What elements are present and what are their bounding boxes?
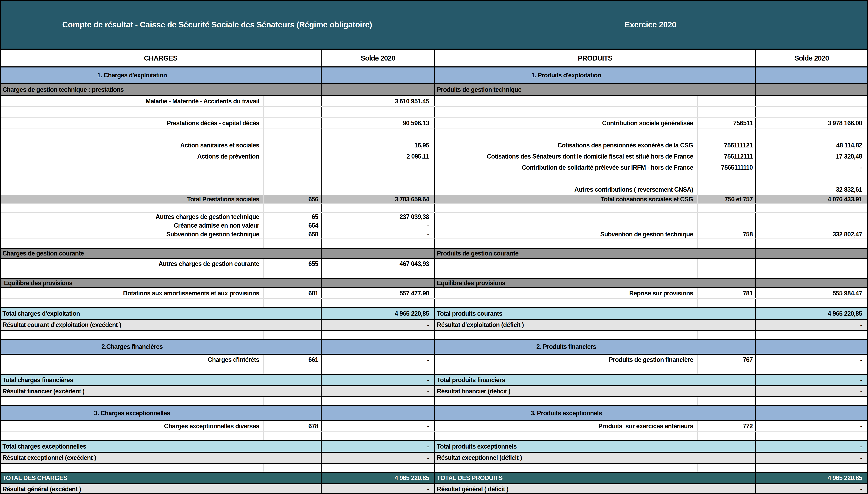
table-row: Créance admise en non valeur654- [1,221,867,230]
charges-amount-cell [321,269,434,278]
produits-label-cell [434,464,697,472]
charges-amount-cell [321,184,434,195]
charges-amount-cell: 90 596,13 [321,118,434,129]
produits-amount-cell [755,68,867,83]
charges-label-cell: Résultat financier (excédent ) [1,386,321,396]
produits-account-cell [697,299,755,307]
produits-amount-cell [755,259,867,269]
charges-account-cell: 65 [264,213,321,221]
table-row: Résultat financier (excédent )-Résultat … [1,385,867,396]
charges-amount-cell: - [321,441,434,452]
table-row: 3. Charges exceptionnelles3. Produits ex… [1,405,867,420]
table-row: Action sanitaires et sociales16,95Cotisa… [1,140,867,151]
table-row: Charges d'intérêts661-Produits de gestio… [1,354,867,365]
table-row: Total charges d'exploitation4 965 220,85… [1,307,867,319]
charges-label-cell [1,331,264,339]
produits-label-cell [434,96,697,106]
table-row [1,463,867,472]
produits-amount-cell: 3 978 166,00 [755,118,867,129]
produits-label-cell [434,173,697,184]
charges-label-cell: Autres charges de gestion courante [1,259,264,269]
charges-account-cell [264,107,321,117]
produits-label-cell [434,432,697,440]
produits-label-cell [434,299,697,307]
charges-amount-cell [321,204,434,212]
produits-account-cell [697,397,755,405]
charges-account-cell [264,173,321,184]
charges-account-cell [264,96,321,106]
charges-amount-cell [321,173,434,184]
charges-label-cell [1,107,264,117]
produits-account-cell [697,221,755,230]
produits-account-cell [697,96,755,106]
title-banner: Compte de résultat - Caisse de Sécurité … [1,1,867,49]
charges-label-cell: Action sanitaires et sociales [1,140,264,151]
produits-label-cell: Cotisations des pensionnés exonérés de l… [434,140,697,151]
charges-account-cell [264,184,321,195]
exercice-label: Exercice 2020 [434,1,867,49]
table-row [1,365,867,374]
produits-amount-cell: - [755,320,867,330]
charges-amount-cell: 237 039,38 [321,213,434,221]
produits-amount-cell [755,331,867,339]
charges-account-cell: 656 [264,195,321,204]
produits-label-cell: 1. Produits d'exploitation [434,68,755,83]
produits-account-cell [697,204,755,212]
charges-amount-cell: 2 095,11 [321,151,434,162]
produits-label-cell: Equilibre des provisions [434,279,755,287]
produits-amount-cell [755,173,867,184]
charges-amount-cell [321,107,434,117]
produits-account-cell: 767 [697,355,755,365]
produits-label-cell: Total cotisations sociales et CSG [434,195,697,204]
charges-account-cell: 678 [264,421,321,431]
produits-account-cell [697,129,755,140]
table-row: Subvention de gestion technique658-Subve… [1,230,867,239]
produits-amount-cell [755,432,867,440]
charges-label-cell: Dotations aux amortissements et aux prov… [1,288,264,298]
solde-left-column-header: Solde 2020 [321,50,434,66]
charges-label-cell: 1. Charges d'exploitation [1,68,321,83]
charges-amount-cell [321,464,434,472]
table-row [1,396,867,405]
charges-label-cell: Prestations décès - capital décès [1,118,264,129]
charges-label-cell [1,129,264,140]
produits-amount-cell: - [755,421,867,431]
charges-account-cell [264,151,321,162]
charges-amount-cell: 3 610 951,45 [321,96,434,106]
table-row: Autres charges de gestion technique65237… [1,212,867,221]
produits-amount-cell: - [755,355,867,365]
charges-amount-cell [321,68,434,83]
charges-label-cell: Subvention de gestion technique [1,230,264,239]
produits-label-cell [434,269,697,278]
produits-account-cell [697,173,755,184]
charges-account-cell: 658 [264,230,321,239]
produits-label-cell [434,331,697,339]
produits-amount-cell: 4 965 220,85 [755,473,867,483]
table-row: Dotations aux amortissements et aux prov… [1,287,867,298]
table-row: 1. Charges d'exploitation1. Produits d'e… [1,66,867,83]
charges-amount-cell: - [321,375,434,385]
table-row: Equilibre des provisionsEquilibre des pr… [1,278,867,287]
charges-label-cell: 3. Charges exceptionnelles [1,406,321,420]
table-row: Actions de prévention2 095,11Cotisations… [1,151,867,162]
charges-label-cell: Total Prestations sociales [1,195,264,204]
charges-label-cell [1,299,264,307]
produits-account-cell [697,464,755,472]
charges-label-cell: Autres charges de gestion technique [1,213,264,221]
table-row: Charges de gestion technique : prestatio… [1,83,867,95]
charges-label-cell: Equilibre des provisions [1,279,321,287]
produits-account-cell [697,107,755,117]
table-row [1,298,867,307]
produits-amount-cell [755,129,867,140]
charges-account-cell [264,432,321,440]
charges-account-cell [264,269,321,278]
charges-amount-cell: - [321,355,434,365]
produits-label-cell [434,365,697,374]
charges-amount-cell: - [321,421,434,431]
produits-amount-cell: - [755,484,867,494]
produits-label-cell [434,239,697,248]
table-row: Maladie - Maternité - Accidents du trava… [1,95,867,106]
table-row [1,173,867,184]
charges-amount-cell: 4 965 220,85 [321,473,434,483]
charges-label-cell [1,432,264,440]
